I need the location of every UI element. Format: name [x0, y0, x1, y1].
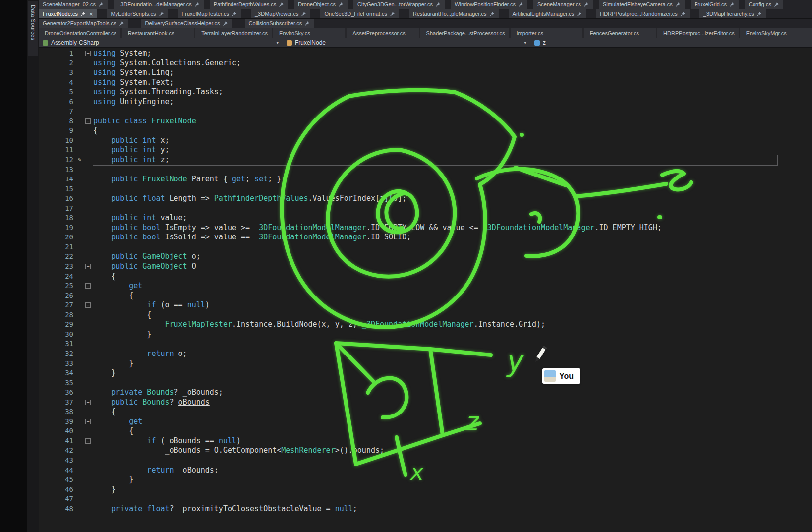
code-line-41[interactable]: 41− if (_oBounds == null): [39, 436, 812, 446]
code-line-22[interactable]: 22 public GameObject o;: [39, 252, 812, 262]
code-line-25[interactable]: 25− get: [39, 281, 812, 291]
tab--3dmaphierarchy-cs[interactable]: _3DMapHierarchy.cs: [699, 9, 766, 18]
code-line-8[interactable]: 8−public class FruxelNode: [39, 117, 812, 126]
code-line-3[interactable]: 3using System.Linq;: [39, 68, 812, 78]
tab-fruxelnode-cs[interactable]: FruxelNode.cs×: [39, 9, 97, 18]
tab-envirosky-cs[interactable]: EnviroSky.cs: [273, 28, 345, 38]
tab-deliverysurfaceclasshelper-cs[interactable]: DeliverySurfaceClassHelper.cs: [141, 19, 232, 28]
fold-collapse-icon[interactable]: −: [85, 438, 91, 444]
tab-droneorientationcontroller-cs[interactable]: DroneOrientationController.cs: [39, 28, 120, 38]
line-number[interactable]: 45: [39, 475, 75, 485]
type-dropdown[interactable]: FruxelNode ▾: [283, 38, 530, 47]
line-number[interactable]: 32: [39, 349, 75, 359]
tab-scenemanager-cs[interactable]: SceneManager.cs: [533, 0, 593, 9]
line-number[interactable]: 46: [39, 485, 75, 495]
tab-droneobject-cs[interactable]: DroneObject.cs: [294, 0, 348, 9]
code-line-6[interactable]: 6using UnityEngine;: [39, 97, 812, 107]
line-number[interactable]: 34: [39, 368, 75, 378]
tab-generator2exportmaptools-cs[interactable]: Generator2ExportMapTools.cs: [39, 19, 128, 28]
line-number[interactable]: 8: [39, 117, 75, 126]
code-line-33[interactable]: 33 }: [39, 359, 812, 369]
line-number[interactable]: 2: [39, 59, 75, 68]
code-line-2[interactable]: 2using System.Collections.Generic;: [39, 59, 812, 68]
fold-collapse-icon[interactable]: −: [85, 118, 91, 124]
line-number[interactable]: 7: [39, 107, 75, 117]
fold-collapse-icon[interactable]: −: [85, 400, 91, 405]
code-line-38[interactable]: 38 {: [39, 407, 812, 417]
line-number[interactable]: 44: [39, 466, 75, 475]
fold-collapse-icon[interactable]: −: [85, 264, 91, 269]
code-line-32[interactable]: 32 return o;: [39, 349, 812, 359]
code-line-27[interactable]: 27− if (o == null): [39, 300, 812, 310]
code-line-24[interactable]: 24 {: [39, 272, 812, 282]
code-line-29[interactable]: 29 FruxelMapTester.Instance.BuildNode(x,…: [39, 320, 812, 330]
line-number[interactable]: 9: [39, 126, 75, 136]
line-number[interactable]: 3: [39, 68, 75, 78]
line-number[interactable]: 21: [39, 242, 75, 252]
line-number[interactable]: 37: [39, 398, 75, 408]
line-number[interactable]: 22: [39, 252, 75, 262]
line-number[interactable]: 30: [39, 330, 75, 340]
code-line-23[interactable]: 23− public GameObject O: [39, 262, 812, 272]
tab-restaurantho-plemanager-cs[interactable]: RestaurantHo...pleManager.cs: [409, 9, 499, 18]
tab-config-cs[interactable]: Config.cs: [745, 0, 783, 9]
close-icon[interactable]: ×: [89, 11, 93, 17]
code-line-30[interactable]: 30 }: [39, 330, 812, 340]
line-number[interactable]: 33: [39, 359, 75, 369]
tab-scenemanager-02-cs[interactable]: SceneManager_02.cs: [39, 0, 108, 9]
tab-artificiallightsmanager-cs[interactable]: ArtificialLightsManager.cs: [509, 9, 586, 18]
line-number[interactable]: 19: [39, 223, 75, 233]
tab-citygen3dgen-torwrapper-cs[interactable]: CityGen3DGen...torWrapper.cs: [353, 0, 445, 9]
code-line-9[interactable]: 9{: [39, 126, 812, 136]
tab-hdrppostproc-randomizer-cs[interactable]: HDRPPostproc...Randomizer.cs: [596, 9, 690, 18]
line-number[interactable]: 48: [39, 504, 75, 514]
fold-collapse-icon[interactable]: −: [85, 51, 91, 56]
data-sources-collapsed-panel-tab[interactable]: Data Sources: [28, 1, 38, 56]
code-line-12[interactable]: 12✎ public int z;: [39, 155, 812, 165]
code-line-17[interactable]: 17: [39, 204, 812, 214]
tab-assetpreprocessor-cs[interactable]: AssetPreprocessor.cs: [347, 28, 418, 38]
code-line-44[interactable]: 44 return _oBounds;: [39, 466, 812, 475]
code-line-19[interactable]: 19 public bool IsEmpty => value >= _3DFo…: [39, 223, 812, 233]
fold-collapse-icon[interactable]: −: [85, 302, 91, 308]
code-line-47[interactable]: 47: [39, 494, 812, 504]
line-number[interactable]: 20: [39, 233, 75, 242]
line-number[interactable]: 17: [39, 204, 75, 214]
line-number[interactable]: 4: [39, 78, 75, 88]
project-dropdown[interactable]: Assembly-CSharp ▾: [39, 38, 283, 47]
code-line-31[interactable]: 31: [39, 339, 812, 349]
code-line-26[interactable]: 26 {: [39, 291, 812, 301]
tab-enviroskymgr-cs[interactable]: EnviroSkyMgr.cs: [740, 28, 812, 38]
code-line-40[interactable]: 40 {: [39, 426, 812, 436]
line-number[interactable]: 36: [39, 388, 75, 398]
line-number[interactable]: 41: [39, 436, 75, 446]
line-number[interactable]: 23: [39, 262, 75, 272]
code-line-39[interactable]: 39− get: [39, 417, 812, 427]
code-line-21[interactable]: 21: [39, 242, 812, 252]
code-line-16[interactable]: 16 public float Length => PathfinderDept…: [39, 194, 812, 204]
tab--3dfoundatio-delmanager-cs[interactable]: _3DFoundatio...delManager.cs: [114, 0, 204, 9]
line-number[interactable]: 42: [39, 446, 75, 456]
line-number[interactable]: 5: [39, 87, 75, 97]
code-line-1[interactable]: 1−using System;: [39, 49, 812, 59]
line-number[interactable]: 25: [39, 281, 75, 291]
code-line-37[interactable]: 37− public Bounds? oBounds: [39, 398, 812, 408]
fold-collapse-icon[interactable]: −: [85, 283, 91, 289]
line-number[interactable]: 29: [39, 320, 75, 330]
tab-onesec3d-fileformat-cs[interactable]: OneSec3D_FileFormat.cs: [320, 9, 399, 18]
code-line-4[interactable]: 4using System.Text;: [39, 78, 812, 88]
line-number[interactable]: 14: [39, 175, 75, 184]
tab-hdrppostproc-izereditor-cs[interactable]: HDRPPostproc...izerEditor.cs: [657, 28, 739, 38]
code-line-28[interactable]: 28 {: [39, 310, 812, 320]
line-number[interactable]: 16: [39, 194, 75, 204]
line-number[interactable]: 43: [39, 456, 75, 466]
line-number[interactable]: 1: [39, 49, 75, 59]
code-line-10[interactable]: 10 public int x;: [39, 136, 812, 146]
line-number[interactable]: 27: [39, 300, 75, 310]
code-line-14[interactable]: 14 public FruxelNode Parent { get; set; …: [39, 175, 812, 184]
tab-pathfinderdepthvalues-cs[interactable]: PathfinderDepthValues.cs: [210, 0, 288, 9]
tab-terrainlayerrandomizer-cs[interactable]: TerrainLayerRandomizer.cs: [195, 28, 272, 38]
line-number[interactable]: 40: [39, 426, 75, 436]
line-number[interactable]: 47: [39, 494, 75, 504]
line-number[interactable]: 10: [39, 136, 75, 146]
